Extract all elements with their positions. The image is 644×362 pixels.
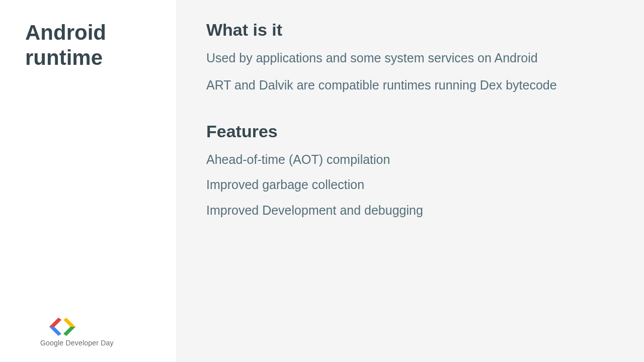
- body-paragraph: Used by applications and some system ser…: [206, 50, 614, 67]
- svg-marker-1: [49, 318, 61, 327]
- footer-product: Developer Day: [65, 339, 113, 347]
- slide: Android runtime Google Developer Day Wha…: [0, 0, 644, 362]
- section-gap: [206, 104, 614, 122]
- developer-logo-icon: [49, 318, 161, 336]
- section-heading-features: Features: [206, 122, 614, 141]
- footer-brand: Google: [40, 339, 63, 347]
- svg-marker-3: [63, 327, 75, 336]
- content-panel: What is it Used by applications and some…: [176, 0, 644, 362]
- feature-item: Ahead-of-time (AOT) compilation: [206, 151, 614, 168]
- section-heading-what: What is it: [206, 20, 614, 40]
- feature-item: Improved garbage collection: [206, 176, 614, 193]
- feature-item: Improved Development and debugging: [206, 202, 614, 219]
- left-panel: Android runtime Google Developer Day: [0, 0, 176, 362]
- body-paragraph: ART and Dalvik are compatible runtimes r…: [206, 77, 614, 94]
- footer-brand-text: Google Developer Day: [40, 339, 161, 347]
- footer-logo: Google Developer Day: [40, 318, 161, 347]
- slide-title: Android runtime: [25, 20, 161, 71]
